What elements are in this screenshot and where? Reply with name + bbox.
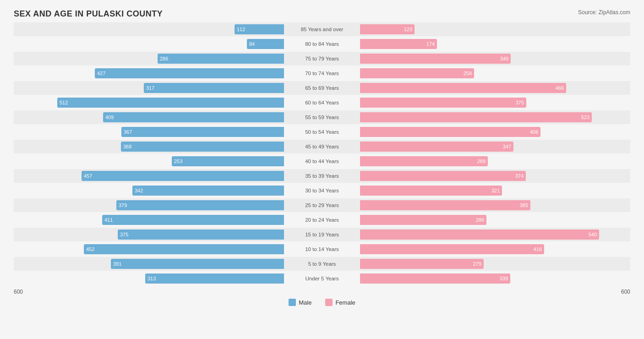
table-row: 45210 to 14 Years416 bbox=[14, 242, 630, 256]
age-group-label: 25 to 29 Years bbox=[284, 202, 360, 208]
male-bar-label-inside: 313 bbox=[147, 276, 156, 281]
age-group-label: Under 5 Years bbox=[284, 276, 360, 281]
legend-female-label: Female bbox=[335, 299, 355, 306]
female-bar-label-inside: 466 bbox=[556, 85, 564, 91]
female-bar: 416 bbox=[360, 244, 544, 254]
male-bar: 409 bbox=[103, 112, 284, 122]
row-left: 391 bbox=[14, 259, 284, 269]
male-bar: 367 bbox=[121, 127, 284, 137]
age-group-label: 40 to 44 Years bbox=[284, 159, 360, 164]
table-row: 11285 Years and over123 bbox=[14, 22, 630, 36]
female-bar-label-inside: 321 bbox=[491, 188, 500, 193]
age-group-label: 35 to 39 Years bbox=[284, 173, 360, 179]
table-row: 41120 to 24 Years286 bbox=[14, 213, 630, 227]
row-right: 258 bbox=[360, 68, 630, 78]
male-bar: 286 bbox=[158, 54, 284, 64]
table-row: 25340 to 44 Years289 bbox=[14, 154, 630, 168]
age-group-label: 55 to 59 Years bbox=[284, 115, 360, 120]
female-bar-label-inside: 339 bbox=[500, 276, 508, 281]
table-row: 31765 to 69 Years466 bbox=[14, 81, 630, 95]
male-bar-label-inside: 379 bbox=[119, 202, 127, 208]
table-row: 36750 to 54 Years408 bbox=[14, 125, 630, 139]
row-right: 347 bbox=[360, 142, 630, 152]
chart-container: SEX AND AGE IN PULASKI COUNTY Source: Zi… bbox=[0, 0, 644, 339]
female-bar: 385 bbox=[360, 200, 530, 210]
row-right: 523 bbox=[360, 112, 630, 122]
female-bar-label-inside: 385 bbox=[520, 202, 528, 208]
male-bar-label-inside: 342 bbox=[135, 188, 143, 193]
row-right: 174 bbox=[360, 39, 630, 49]
row-left: 313 bbox=[14, 273, 284, 284]
row-right: 321 bbox=[360, 186, 630, 196]
table-row: 8480 to 84 Years174 bbox=[14, 37, 630, 51]
male-bar: 317 bbox=[144, 83, 284, 93]
table-row: 40955 to 59 Years523 bbox=[14, 110, 630, 124]
row-right: 375 bbox=[360, 98, 630, 108]
table-row: 37925 to 29 Years385 bbox=[14, 198, 630, 212]
female-bar-label-inside: 279 bbox=[473, 261, 481, 267]
male-bar: 379 bbox=[116, 200, 284, 210]
axis-left-label: 600 bbox=[14, 289, 23, 295]
table-row: 37515 to 19 Years540 bbox=[14, 228, 630, 241]
row-left: 427 bbox=[14, 68, 284, 78]
female-bar: 523 bbox=[360, 112, 592, 122]
age-group-label: 80 to 84 Years bbox=[284, 41, 360, 47]
male-bar-label-inside: 512 bbox=[60, 100, 68, 105]
age-group-label: 85 Years and over bbox=[284, 27, 360, 32]
row-left: 379 bbox=[14, 200, 284, 210]
axis-right-label: 600 bbox=[621, 289, 630, 295]
female-bar: 123 bbox=[360, 24, 415, 34]
male-bar: 391 bbox=[111, 259, 284, 269]
row-left: 512 bbox=[14, 98, 284, 108]
female-bar: 340 bbox=[360, 54, 511, 64]
row-right: 385 bbox=[360, 200, 630, 210]
row-left: 411 bbox=[14, 215, 284, 225]
female-bar: 321 bbox=[360, 186, 502, 196]
male-bar-label-inside: 452 bbox=[86, 246, 94, 252]
female-bar: 374 bbox=[360, 171, 526, 181]
female-bar-label-inside: 416 bbox=[534, 246, 542, 252]
male-bar: 253 bbox=[172, 156, 284, 166]
chart-rows-wrapper: 11285 Years and over1238480 to 84 Years1… bbox=[14, 22, 630, 286]
female-bar-label-inside: 523 bbox=[581, 115, 589, 120]
male-bar: 452 bbox=[84, 244, 284, 254]
female-bar: 174 bbox=[360, 39, 437, 49]
female-bar-label-inside: 340 bbox=[500, 56, 508, 61]
row-left: 253 bbox=[14, 156, 284, 166]
age-group-label: 70 to 74 Years bbox=[284, 71, 360, 76]
table-row: 42770 to 74 Years258 bbox=[14, 66, 630, 80]
female-bar: 286 bbox=[360, 215, 486, 225]
female-bar-label-inside: 347 bbox=[503, 144, 511, 149]
table-row: 28675 to 79 Years340 bbox=[14, 52, 630, 66]
row-right: 339 bbox=[360, 273, 630, 284]
male-bar-label-inside: 317 bbox=[146, 85, 154, 91]
male-bar: 457 bbox=[82, 171, 284, 181]
table-row: 313Under 5 Years339 bbox=[14, 272, 630, 285]
table-row: 34230 to 34 Years321 bbox=[14, 184, 630, 197]
row-left: 367 bbox=[14, 127, 284, 137]
female-bar-label-inside: 374 bbox=[515, 173, 524, 179]
row-right: 286 bbox=[360, 215, 630, 225]
table-row: 3915 to 9 Years279 bbox=[14, 257, 630, 271]
female-bar-label-inside: 258 bbox=[464, 71, 472, 76]
male-bar: 375 bbox=[118, 230, 284, 240]
female-bar-label-inside: 540 bbox=[589, 232, 597, 237]
male-bar-label-inside: 411 bbox=[104, 217, 113, 223]
age-group-label: 60 to 64 Years bbox=[284, 100, 360, 105]
female-bar: 339 bbox=[360, 273, 510, 284]
legend: Male Female bbox=[14, 299, 630, 306]
legend-male-label: Male bbox=[299, 299, 311, 306]
chart-title: SEX AND AGE IN PULASKI COUNTY bbox=[14, 9, 630, 19]
female-bar: 347 bbox=[360, 142, 513, 152]
male-bar-label-inside: 391 bbox=[113, 261, 121, 267]
row-right: 416 bbox=[360, 244, 630, 254]
female-bar: 289 bbox=[360, 156, 488, 166]
age-group-label: 15 to 19 Years bbox=[284, 232, 360, 237]
male-bar-label-inside: 253 bbox=[174, 159, 182, 164]
row-right: 540 bbox=[360, 230, 630, 240]
axis-bottom: 600 600 bbox=[14, 289, 630, 295]
age-group-label: 20 to 24 Years bbox=[284, 217, 360, 223]
row-right: 408 bbox=[360, 127, 630, 137]
legend-male: Male bbox=[289, 299, 311, 306]
male-bar-label-inside: 427 bbox=[97, 71, 105, 76]
